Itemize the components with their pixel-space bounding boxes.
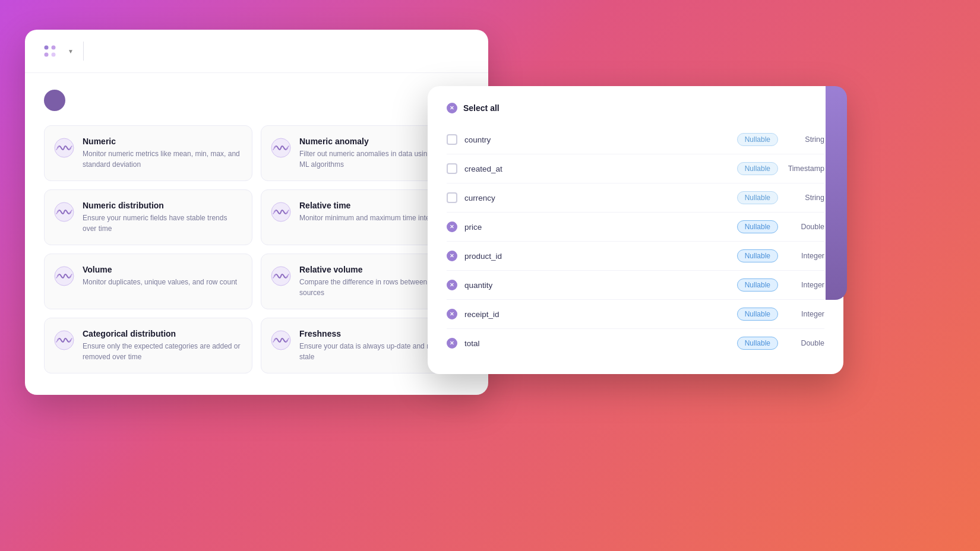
svg-point-0: [45, 46, 49, 50]
field-checkbox[interactable]: [447, 309, 457, 319]
type-tag: Integer: [783, 281, 824, 289]
validator-wave-icon: [54, 202, 74, 222]
field-name: product_id: [464, 252, 730, 261]
validator-card-categorical-distribution[interactable]: Categorical distribution Ensure only the…: [44, 318, 252, 373]
field-tags: Nullable Timestamp: [737, 162, 824, 175]
type-tag: Double: [783, 223, 824, 231]
validator-wave-icon: [271, 330, 291, 350]
validator-wave-icon: [271, 138, 291, 158]
field-row: created_at Nullable Timestamp: [447, 154, 824, 183]
field-name: country: [464, 135, 730, 144]
validator-desc: Monitor numeric metrics like mean, min, …: [83, 148, 242, 170]
step-header: [44, 90, 469, 111]
type-tag: Integer: [783, 252, 824, 260]
nullable-tag: Nullable: [737, 278, 778, 292]
field-tags: Nullable String: [737, 191, 824, 204]
field-checkbox[interactable]: [447, 192, 457, 203]
type-tag: Double: [783, 339, 824, 347]
svg-point-2: [45, 53, 49, 57]
step-badge: [44, 90, 65, 111]
svg-point-3: [52, 53, 56, 57]
logo-icon: [42, 43, 58, 59]
field-name: currency: [464, 194, 730, 202]
field-name: quantity: [464, 281, 730, 290]
field-tags: Nullable String: [737, 133, 824, 146]
field-row: price Nullable Double: [447, 213, 824, 242]
field-checkbox[interactable]: [447, 163, 457, 174]
validator-info: Numeric Monitor numeric metrics like mea…: [83, 137, 242, 170]
field-name: total: [464, 339, 730, 348]
field-row: country Nullable String: [447, 125, 824, 154]
nullable-tag: Nullable: [737, 337, 778, 350]
validator-info: Volume Monitor duplicates, unique values…: [83, 265, 242, 287]
field-row: receipt_id Nullable Integer: [447, 300, 824, 329]
field-checkbox[interactable]: [447, 280, 457, 290]
type-tag: String: [783, 194, 824, 202]
field-tags: Nullable Integer: [737, 278, 824, 292]
nullable-tag: Nullable: [737, 162, 778, 175]
validator-name: Numeric distribution: [83, 201, 242, 210]
validator-wave-icon: [271, 202, 291, 222]
type-tag: Integer: [783, 310, 824, 318]
type-tag: Timestamp: [783, 164, 824, 173]
select-all-row: Select all: [447, 103, 824, 113]
field-tags: Nullable Double: [737, 337, 824, 350]
nullable-tag: Nullable: [737, 220, 778, 233]
svg-point-1: [52, 46, 56, 50]
field-row: total Nullable Double: [447, 329, 824, 357]
field-card-accent: [826, 86, 847, 300]
field-tags: Nullable Double: [737, 220, 824, 233]
type-tag: String: [783, 135, 824, 144]
select-all-label: Select all: [463, 103, 500, 113]
validator-wave-icon: [271, 266, 291, 286]
nullable-tag: Nullable: [737, 133, 778, 146]
menu-button[interactable]: ▼: [42, 43, 74, 59]
nullable-tag: Nullable: [737, 191, 778, 204]
validator-wave-icon: [54, 330, 74, 350]
nullable-tag: Nullable: [737, 308, 778, 321]
validator-card-numeric-distribution[interactable]: Numeric distribution Ensure your numeric…: [44, 189, 252, 245]
validator-card-numeric[interactable]: Numeric Monitor numeric metrics like mea…: [44, 125, 252, 181]
header-divider: [83, 42, 84, 61]
validator-card-volume[interactable]: Volume Monitor duplicates, unique values…: [44, 254, 252, 309]
field-tags: Nullable Integer: [737, 249, 824, 262]
field-name: created_at: [464, 164, 730, 173]
field-name: price: [464, 223, 730, 232]
field-row: currency Nullable String: [447, 183, 824, 213]
wizard-body: Numeric Monitor numeric metrics like mea…: [25, 73, 488, 395]
chevron-down-icon: ▼: [68, 48, 74, 55]
validator-info: Categorical distribution Ensure only the…: [83, 329, 242, 362]
validator-name: Volume: [83, 265, 242, 274]
validator-wave-icon: [54, 266, 74, 286]
validator-desc: Ensure your numeric fields have stable t…: [83, 213, 242, 234]
validator-grid: Numeric Monitor numeric metrics like mea…: [44, 125, 469, 373]
validator-wave-icon: [54, 138, 74, 158]
wizard-header: ▼: [25, 30, 488, 73]
nullable-tag: Nullable: [737, 249, 778, 262]
validator-desc: Ensure only the expected categories are …: [83, 341, 242, 362]
field-row: quantity Nullable Integer: [447, 271, 824, 300]
select-all-checkbox[interactable]: [447, 103, 457, 113]
validator-name: Numeric: [83, 137, 242, 146]
wizard-card: ▼ Numeric Monitor numeric metrics like m…: [25, 30, 488, 395]
field-row: product_id Nullable Integer: [447, 242, 824, 271]
field-checkbox[interactable]: [447, 338, 457, 349]
field-checkbox[interactable]: [447, 134, 457, 145]
field-name: receipt_id: [464, 310, 730, 319]
field-tags: Nullable Integer: [737, 308, 824, 321]
field-checkbox[interactable]: [447, 221, 457, 232]
validator-name: Categorical distribution: [83, 329, 242, 338]
validator-desc: Monitor duplicates, unique values, and r…: [83, 277, 242, 287]
field-selector-card: Select all country Nullable String creat…: [428, 86, 843, 374]
validator-info: Numeric distribution Ensure your numeric…: [83, 201, 242, 234]
field-checkbox[interactable]: [447, 251, 457, 261]
